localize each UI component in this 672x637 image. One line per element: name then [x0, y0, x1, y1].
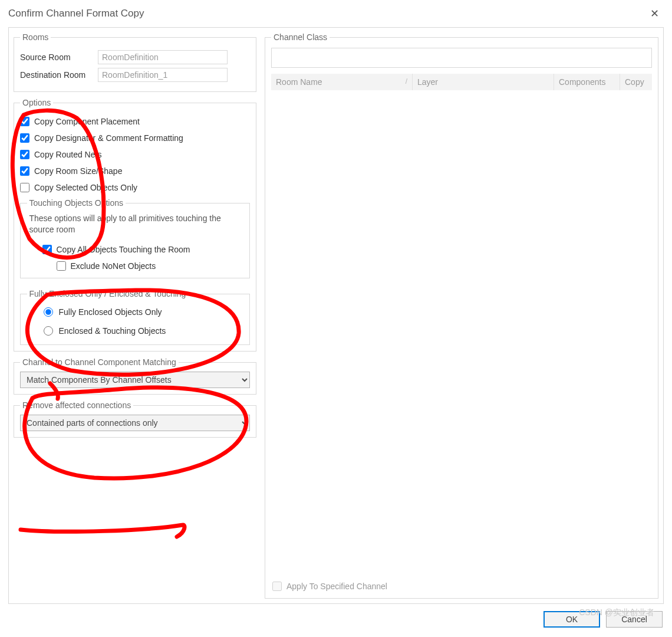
copy-selected-only-checkbox[interactable]: [20, 183, 29, 192]
channel-class-legend: Channel Class: [271, 32, 330, 42]
enclosed-group: Fully Enclosed Only / Enclosed & Touchin…: [20, 289, 250, 345]
destination-room-input[interactable]: [98, 68, 228, 82]
copy-all-touching-label: Copy All Objects Touching the Room: [57, 245, 190, 254]
column-room-name[interactable]: Room Name /: [271, 74, 413, 90]
source-room-input[interactable]: [98, 50, 228, 64]
copy-designator-label: Copy Designator & Comment Formatting: [34, 133, 183, 143]
touching-objects-desc: These options will apply to all primitiv…: [27, 211, 243, 240]
column-copy[interactable]: Copy: [620, 74, 652, 90]
copy-room-size-checkbox[interactable]: [20, 166, 29, 176]
watermark: CSDN @实业创业者: [579, 608, 654, 618]
column-components[interactable]: Components: [554, 74, 620, 90]
touching-objects-group: Touching Objects Options These options w…: [20, 198, 250, 278]
apply-specified-channel-checkbox: [272, 582, 282, 591]
touching-objects-legend: Touching Objects Options: [27, 198, 126, 208]
enclosed-touching-radio[interactable]: [44, 326, 53, 336]
sort-indicator-icon: /: [406, 77, 407, 87]
apply-specified-channel-label: Apply To Specified Channel: [286, 582, 387, 591]
copy-all-touching-checkbox[interactable]: [42, 245, 52, 254]
remove-connections-group: Remove affected connections Contained pa…: [14, 400, 256, 438]
fully-enclosed-radio[interactable]: [44, 307, 53, 317]
close-icon[interactable]: ✕: [645, 5, 664, 22]
remove-connections-select[interactable]: Contained parts of connections only: [20, 415, 250, 431]
enclosed-legend: Fully Enclosed Only / Enclosed & Touchin…: [27, 289, 189, 298]
destination-room-label: Destination Room: [20, 70, 94, 80]
enclosed-touching-label: Enclosed & Touching Objects: [59, 326, 166, 336]
remove-connections-legend: Remove affected connections: [20, 400, 133, 410]
options-legend: Options: [20, 98, 53, 107]
rooms-group: Rooms Source Room Destination Room: [14, 32, 256, 92]
dialog-body: Rooms Source Room Destination Room Optio…: [8, 27, 664, 604]
exclude-nonet-checkbox[interactable]: [57, 261, 66, 271]
channel-class-group: Channel Class Room Name / Layer Componen…: [265, 32, 658, 599]
matching-group: Channel to Channel Component Matching Ma…: [14, 357, 256, 395]
copy-component-placement-label: Copy Component Placement: [34, 117, 140, 126]
channel-class-body: [271, 90, 652, 579]
copy-selected-only-label: Copy Selected Objects Only: [34, 183, 137, 192]
copy-designator-checkbox[interactable]: [20, 133, 29, 143]
copy-routed-nets-checkbox[interactable]: [20, 150, 29, 159]
matching-legend: Channel to Channel Component Matching: [20, 357, 179, 367]
channel-class-searchbox[interactable]: [271, 48, 652, 68]
window-title: Confirm Channel Format Copy: [8, 8, 144, 19]
copy-room-size-label: Copy Room Size/Shape: [34, 166, 122, 176]
fully-enclosed-label: Fully Enclosed Objects Only: [59, 307, 162, 317]
column-layer[interactable]: Layer: [413, 74, 554, 90]
exclude-nonet-label: Exclude NoNet Objects: [71, 261, 156, 271]
source-room-label: Source Room: [20, 52, 94, 62]
copy-component-placement-checkbox[interactable]: [20, 117, 29, 126]
rooms-legend: Rooms: [20, 32, 51, 42]
channel-class-header: Room Name / Layer Components Copy: [271, 74, 652, 90]
options-group: Options Copy Component Placement Copy De…: [14, 98, 256, 352]
matching-select[interactable]: Match Components By Channel Offsets: [20, 372, 250, 388]
copy-routed-nets-label: Copy Routed Nets: [34, 150, 101, 159]
